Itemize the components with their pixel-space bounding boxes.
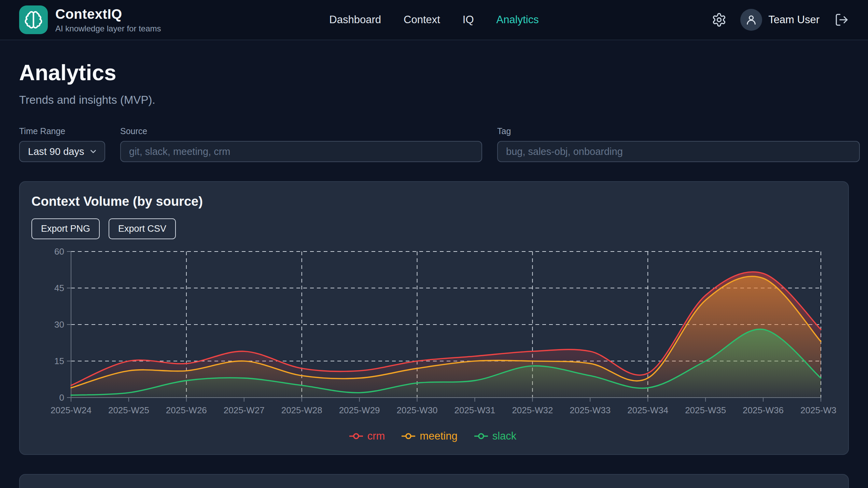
user-icon — [745, 14, 757, 26]
user-area: Team User — [712, 9, 849, 31]
y-tick-label: 60 — [54, 246, 64, 257]
y-tick-label: 0 — [59, 392, 64, 403]
x-tick-label: 2025-W33 — [570, 405, 611, 415]
nav-analytics[interactable]: Analytics — [496, 14, 539, 26]
y-tick-label: 15 — [54, 356, 64, 366]
main-content: Analytics Trends and insights (MVP). Tim… — [0, 40, 868, 488]
legend-label: meeting — [420, 430, 457, 442]
main-nav: Dashboard Context IQ Analytics — [329, 14, 538, 26]
tag-input[interactable] — [497, 141, 860, 162]
x-tick-label: 2025-W32 — [512, 405, 553, 415]
x-tick-label: 2025-W28 — [281, 405, 322, 415]
export-png-button[interactable]: Export PNG — [31, 218, 100, 239]
brain-logo-icon — [19, 5, 48, 34]
tag-label: Tag — [497, 126, 860, 136]
time-range-label: Time Range — [19, 126, 105, 136]
chart-legend: crm meeting slack — [31, 428, 833, 444]
impact-distribution-card: Impact Distribution — [19, 474, 849, 488]
page-subtitle: Trends and insights (MVP). — [19, 94, 849, 106]
source-input[interactable] — [120, 141, 482, 162]
x-tick-label: 2025-W30 — [397, 405, 438, 415]
export-csv-button[interactable]: Export CSV — [109, 218, 176, 239]
legend-label: slack — [492, 430, 517, 442]
avatar[interactable] — [740, 9, 762, 31]
x-tick-label: 2025-W26 — [166, 405, 207, 415]
source-label: Source — [120, 126, 482, 136]
brand-text: ContextIQ AI knowledge layer for teams — [55, 6, 161, 33]
settings-button[interactable] — [712, 12, 727, 27]
y-tick-label: 45 — [54, 283, 64, 293]
time-range-select[interactable]: Last 90 days — [19, 141, 105, 162]
legend-label: crm — [367, 430, 385, 442]
tag-field: Tag — [497, 126, 860, 162]
x-tick-label: 2025-W25 — [108, 405, 149, 415]
legend-item-crm[interactable]: crm — [348, 430, 385, 442]
chevron-down-icon — [89, 147, 98, 156]
context-volume-card: Context Volume (by source) Export PNG Ex… — [19, 181, 849, 455]
time-range-value: Last 90 days — [28, 146, 84, 157]
time-range-field: Time Range Last 90 days — [19, 126, 105, 162]
x-tick-label: 2025-W37 — [800, 405, 837, 415]
nav-dashboard[interactable]: Dashboard — [329, 14, 381, 26]
legend-marker-icon — [401, 432, 416, 441]
x-tick-label: 2025-W34 — [627, 405, 668, 415]
export-buttons: Export PNG Export CSV — [31, 218, 833, 239]
volume-chart: 0153045602025-W242025-W252025-W262025-W2… — [31, 246, 837, 424]
source-field: Source — [120, 126, 482, 162]
nav-context[interactable]: Context — [404, 14, 440, 26]
page-title: Analytics — [19, 60, 849, 85]
x-tick-label: 2025-W35 — [685, 405, 726, 415]
x-tick-label: 2025-W36 — [743, 405, 784, 415]
app-title: ContextIQ — [55, 6, 161, 22]
top-bar: ContextIQ AI knowledge layer for teams D… — [0, 0, 868, 40]
legend-marker-icon — [348, 432, 364, 441]
x-tick-label: 2025-W24 — [51, 405, 92, 415]
x-tick-label: 2025-W27 — [224, 405, 265, 415]
nav-iq[interactable]: IQ — [463, 14, 474, 26]
logout-button[interactable] — [835, 13, 849, 27]
logout-icon — [835, 13, 849, 27]
user-name: Team User — [768, 14, 820, 26]
context-volume-title: Context Volume (by source) — [31, 194, 833, 209]
legend-marker-icon — [473, 432, 489, 441]
legend-item-slack[interactable]: slack — [473, 430, 517, 442]
legend-item-meeting[interactable]: meeting — [401, 430, 457, 442]
brand: ContextIQ AI knowledge layer for teams — [19, 5, 161, 34]
gear-icon — [712, 12, 727, 27]
x-tick-label: 2025-W29 — [339, 405, 380, 415]
app-subtitle: AI knowledge layer for teams — [55, 24, 161, 33]
filters-row: Time Range Last 90 days Source Tag — [19, 126, 849, 162]
y-tick-label: 30 — [54, 319, 64, 330]
x-tick-label: 2025-W31 — [454, 405, 495, 415]
